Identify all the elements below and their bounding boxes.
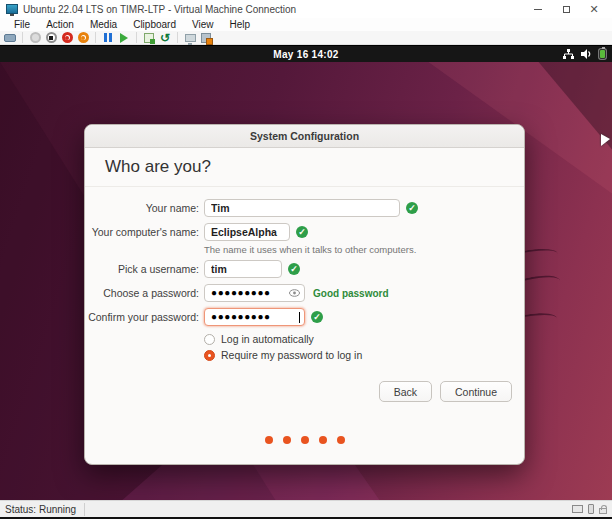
maximize-icon: [563, 6, 570, 13]
menu-file[interactable]: File: [6, 19, 38, 30]
maximize-button[interactable]: [552, 1, 580, 17]
checkpoint-icon[interactable]: [143, 32, 155, 44]
valid-check-icon: ✓: [311, 311, 323, 323]
shut-down-icon[interactable]: [61, 32, 73, 44]
menu-clipboard[interactable]: Clipboard: [125, 19, 184, 30]
password-strength-label: Good password: [313, 288, 389, 299]
revert-icon[interactable]: ↺: [159, 32, 171, 44]
confirm-password-label: Confirm your password:: [85, 311, 199, 323]
toolbar-separator: [136, 32, 137, 43]
valid-check-icon: ✓: [288, 263, 300, 275]
page-dot: [283, 436, 291, 444]
login-automatic-option[interactable]: Log in automatically: [204, 333, 524, 345]
ubuntu-desktop: System Configuration Who are you? Your n…: [0, 62, 612, 500]
ubuntu-top-bar: May 16 14:02: [0, 46, 612, 62]
start-icon[interactable]: [29, 32, 41, 44]
display-icon: [572, 505, 583, 513]
computer-name-input[interactable]: [204, 223, 290, 241]
dialog-titlebar[interactable]: System Configuration: [85, 125, 524, 148]
password-dots: ●●●●●●●●●: [211, 288, 287, 298]
dialog-title: System Configuration: [250, 130, 359, 142]
computer-name-hint: The name it uses when it talks to other …: [204, 244, 524, 255]
mouse-cursor: [601, 134, 610, 146]
settings-icon[interactable]: [200, 32, 212, 44]
name-input[interactable]: [204, 199, 400, 217]
menu-help[interactable]: Help: [221, 19, 258, 30]
reveal-password-eye-icon[interactable]: [289, 289, 300, 297]
page-dot: [301, 436, 309, 444]
password-row: Choose a password: ●●●●●●●●● Good passwo…: [85, 284, 524, 302]
battery-icon: [599, 49, 606, 59]
menu-media[interactable]: Media: [82, 19, 125, 30]
network-icon: [563, 49, 574, 59]
minimize-icon: [534, 9, 542, 10]
text-caret: [299, 312, 300, 323]
toolbar-separator: [177, 32, 178, 43]
pause-icon[interactable]: [102, 32, 114, 44]
system-tray[interactable]: [563, 46, 606, 62]
confirm-password-dots: ●●●●●●●●●: [211, 312, 299, 322]
window-titlebar: Ubuntu 22.04 LTS on TIMR-LTP - Virtual M…: [0, 0, 612, 18]
usb-icon: [588, 504, 594, 514]
page-dot: [337, 436, 345, 444]
name-row: Your name: ✓: [85, 199, 524, 217]
confirm-password-input[interactable]: ●●●●●●●●●: [204, 308, 305, 326]
clock[interactable]: May 16 14:02: [273, 49, 338, 60]
require-password-option[interactable]: Require my password to log in: [204, 349, 524, 361]
dialog-header: Who are you?: [85, 148, 524, 187]
menu-bar: File Action Media Clipboard View Help: [0, 18, 612, 31]
continue-button[interactable]: Continue: [440, 381, 512, 402]
dialog-body: Your name: ✓ Your computer's name: ✓ The…: [85, 187, 524, 444]
username-row: Pick a username: ✓: [85, 260, 524, 278]
radio-selected-icon[interactable]: [204, 350, 215, 361]
toolbar-separator: [22, 32, 23, 43]
enhanced-session-icon[interactable]: [184, 32, 196, 44]
toolbar: ↺: [0, 31, 612, 45]
vm-connection-icon: [6, 4, 18, 14]
login-automatic-label: Log in automatically: [221, 333, 314, 345]
status-separator: [84, 503, 85, 516]
password-label: Choose a password:: [85, 287, 199, 299]
valid-check-icon: ✓: [296, 226, 308, 238]
username-input[interactable]: [204, 260, 282, 278]
system-configuration-dialog: System Configuration Who are you? Your n…: [84, 124, 525, 465]
confirm-password-row: Confirm your password: ●●●●●●●●● ✓: [85, 308, 524, 326]
password-input[interactable]: ●●●●●●●●●: [204, 284, 305, 302]
dialog-buttons: Back Continue: [85, 381, 524, 402]
status-text: Status: Running: [5, 504, 76, 515]
resume-icon[interactable]: [118, 32, 130, 44]
lock-icon: [599, 508, 607, 514]
login-options: Log in automatically Require my password…: [85, 333, 524, 361]
status-bar: Status: Running: [0, 500, 612, 517]
ctrl-alt-del-icon[interactable]: [4, 32, 16, 44]
vm-screen: May 16 14:02 System Configuration: [0, 45, 612, 500]
page-dot: [319, 436, 327, 444]
minimize-button[interactable]: [524, 1, 552, 17]
computer-name-label: Your computer's name:: [85, 226, 199, 238]
require-password-label: Require my password to log in: [221, 349, 362, 361]
computer-name-row: Your computer's name: ✓: [85, 223, 524, 241]
menu-action[interactable]: Action: [38, 19, 82, 30]
radio-unselected-icon[interactable]: [204, 334, 215, 345]
toolbar-separator: [95, 32, 96, 43]
page-indicator: [85, 436, 524, 444]
turn-off-icon[interactable]: [45, 32, 57, 44]
name-label: Your name:: [85, 202, 199, 214]
menu-view[interactable]: View: [184, 19, 222, 30]
username-label: Pick a username:: [85, 263, 199, 275]
page-dot: [265, 436, 273, 444]
close-icon: ✕: [589, 4, 598, 15]
back-button[interactable]: Back: [379, 381, 432, 402]
close-button[interactable]: ✕: [580, 1, 608, 17]
page-title: Who are you?: [105, 157, 211, 177]
save-state-icon[interactable]: [77, 32, 89, 44]
hyperv-window: Ubuntu 22.04 LTS on TIMR-LTP - Virtual M…: [0, 0, 612, 519]
volume-icon: [581, 49, 592, 59]
window-title: Ubuntu 22.04 LTS on TIMR-LTP - Virtual M…: [23, 4, 524, 15]
valid-check-icon: ✓: [406, 202, 418, 214]
